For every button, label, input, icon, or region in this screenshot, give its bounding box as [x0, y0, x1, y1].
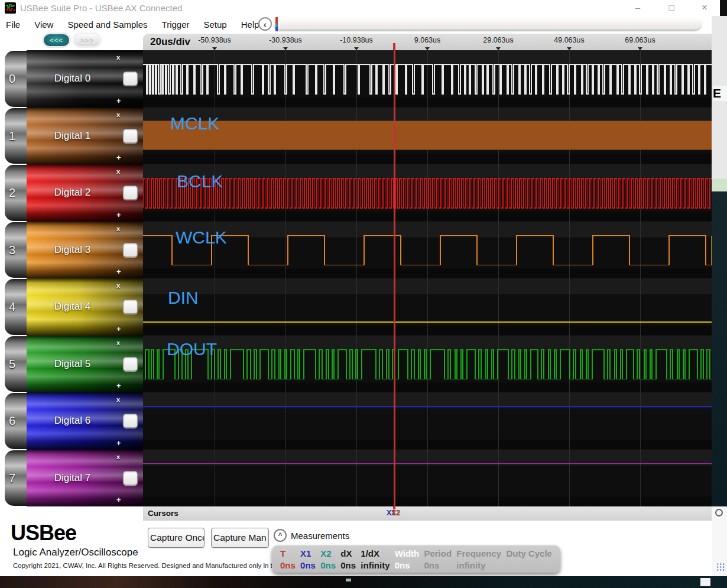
channel-close-icon[interactable]: x [116, 54, 120, 61]
measurement-dx: dX 0ns [340, 548, 356, 571]
channel-row-4[interactable]: 4 x Digital 4 + [0, 278, 143, 336]
channel-number: 2 [9, 186, 15, 200]
channel-row-2[interactable]: 2 x Digital 2 + [0, 164, 143, 222]
channel-number-tab[interactable]: 6 [5, 393, 27, 449]
channel-number: 3 [9, 243, 15, 256]
channel-row-5[interactable]: 5 x Digital 5 + [0, 336, 143, 393]
channel-checkbox[interactable] [123, 300, 138, 314]
cursors-bar[interactable]: Cursors X1 X2 [143, 506, 712, 521]
channel-row-1[interactable]: 1 x Digital 1 + [0, 108, 143, 165]
channel-checkbox[interactable] [123, 471, 138, 485]
channel-body[interactable]: x Digital 3 + [27, 222, 143, 279]
page-forward-button[interactable]: >>> [74, 34, 100, 46]
channel-add-icon[interactable]: + [116, 268, 121, 275]
channel-add-icon[interactable]: + [116, 382, 121, 389]
channel-number-tab[interactable]: 1 [5, 108, 27, 164]
menu-item-file[interactable]: File [6, 20, 20, 30]
channel-number-tab[interactable]: 2 [5, 165, 27, 221]
channel-label: Digital 3 [27, 244, 118, 256]
measurements-collapse-icon[interactable]: ^ [274, 529, 287, 542]
dotted-grid-decoration [716, 563, 725, 571]
channel-row-0[interactable]: 0 x Digital 0 + [0, 50, 143, 108]
trigger-position-tick[interactable] [393, 43, 395, 50]
menu-item-help[interactable]: Help [241, 20, 259, 30]
channel-close-icon[interactable]: x [116, 226, 120, 232]
page-back-button[interactable]: <<< [44, 34, 69, 46]
channel-number-tab[interactable]: 0 [5, 51, 27, 107]
channel-checkbox[interactable] [123, 414, 138, 428]
channel-number-tab[interactable]: 7 [5, 450, 27, 506]
channel-add-icon[interactable]: + [116, 325, 121, 333]
channel-close-icon[interactable]: x [116, 454, 120, 460]
minimize-button[interactable]: – [628, 0, 648, 15]
channel-checkbox[interactable] [123, 357, 138, 371]
channel-checkbox[interactable] [123, 186, 138, 200]
horizontal-scrollbar[interactable] [274, 18, 701, 30]
channel-row-3[interactable]: 3 x Digital 3 + [0, 222, 143, 279]
scroll-left-button[interactable]: ‹ [258, 17, 272, 31]
menu-item-setup[interactable]: Setup [204, 20, 227, 30]
time-tick-label: -10.938us [340, 36, 373, 44]
window-title: USBee Suite Pro - USBee AX Connected [20, 3, 182, 13]
channel-body[interactable]: x Digital 4 + [27, 278, 143, 336]
measurement-value: infinity [361, 560, 390, 571]
maximize-button[interactable]: □ [661, 0, 681, 15]
cursor-x2-marker[interactable]: X2 [391, 509, 400, 517]
channel-row-6[interactable]: 6 x Digital 6 + [0, 392, 143, 450]
background-window-sliver: E [712, 16, 727, 576]
channel-add-icon[interactable]: + [116, 154, 121, 161]
measurement-value: 0ns [395, 560, 420, 571]
channel-number-tab[interactable]: 3 [5, 222, 27, 278]
measurement-period: Period 0ns [424, 548, 452, 571]
channel-number: 0 [9, 72, 15, 86]
channel-body[interactable]: x Digital 1 + [27, 108, 143, 165]
channel-checkbox[interactable] [123, 129, 138, 143]
close-button[interactable]: × [694, 0, 715, 15]
channel-body[interactable]: x Digital 2 + [27, 164, 143, 222]
channel-number-tab[interactable]: 5 [5, 336, 27, 392]
measurement-name: Period [424, 548, 452, 560]
app-icon [5, 2, 16, 14]
channel-label: Digital 5 [27, 358, 118, 370]
channel-add-icon[interactable]: + [116, 97, 121, 105]
waveform-plot[interactable]: MCLKBCLKWCLKDINDOUT [143, 50, 712, 506]
channel-number-tab[interactable]: 4 [5, 279, 27, 335]
channel-close-icon[interactable]: x [116, 282, 120, 289]
menu-item-speed-and-samples[interactable]: Speed and Samples [67, 20, 147, 30]
channel-checkbox[interactable] [123, 243, 138, 257]
channel-body[interactable]: x Digital 7 + [27, 450, 143, 507]
eye-icon [715, 509, 723, 516]
channel-close-icon[interactable]: x [116, 112, 120, 118]
measurement-t: T 0ns [280, 548, 296, 571]
channel-add-icon[interactable]: + [116, 211, 121, 219]
capture-once-button[interactable]: Capture Once [148, 528, 205, 548]
measurements-title: Measurements [291, 531, 349, 541]
channel-body[interactable]: x Digital 6 + [27, 392, 143, 450]
time-tick-label: 9.063us [414, 36, 440, 44]
channel-label: Digital 1 [27, 130, 118, 142]
logo-subtitle: Logic Analyzer/Oscilloscope [13, 547, 138, 558]
channel-add-icon[interactable]: + [116, 496, 121, 503]
measurement-value: infinity [456, 560, 501, 571]
channel-row-7[interactable]: 7 x Digital 7 + [0, 450, 143, 507]
channel-close-icon[interactable]: x [116, 340, 120, 346]
measurement-value: 0ns [300, 560, 316, 571]
footer: USBee Logic Analyzer/Oscilloscope Copyri… [0, 521, 712, 576]
menu-item-view[interactable]: View [34, 20, 53, 30]
measurements-panel: T 0ns X1 0ns X2 0ns dX 0ns 1/dX infinity… [272, 545, 560, 573]
channel-close-icon[interactable]: x [116, 168, 120, 175]
timeline-header[interactable]: 20us/div -50.938us-30.938us-10.938us9.06… [143, 34, 712, 50]
channel-body[interactable]: x Digital 0 + [27, 50, 143, 108]
time-tick-label: 49.063us [554, 36, 584, 44]
channel-close-icon[interactable]: x [116, 397, 120, 403]
channel-checkbox[interactable] [123, 72, 138, 86]
menu-item-trigger[interactable]: Trigger [162, 20, 190, 30]
capture-manual-button[interactable]: Capture Man [211, 528, 269, 548]
channel-add-icon[interactable]: + [116, 439, 121, 447]
time-tick-label: -50.938us [198, 36, 231, 44]
waveform-canvas[interactable] [143, 50, 712, 506]
title-bar: USBee Suite Pro - USBee AX Connected – □… [0, 0, 720, 16]
channel-sidebar: 0 x Digital 0 + 1 x Digital 1 + 2 x Digi… [0, 50, 143, 506]
channel-body[interactable]: x Digital 5 + [27, 336, 143, 393]
time-tick-label: 29.063us [483, 36, 513, 44]
